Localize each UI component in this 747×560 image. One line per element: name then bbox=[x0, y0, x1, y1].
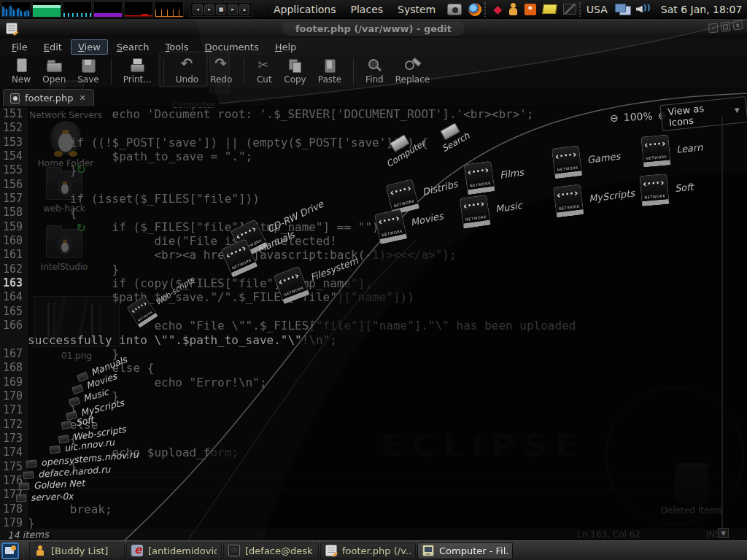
system-monitor-applets bbox=[0, 1, 184, 18]
view-mode-label: View as Icons bbox=[667, 101, 730, 129]
toolbar-button[interactable]: Replace bbox=[390, 58, 436, 85]
tray-icon[interactable] bbox=[563, 4, 576, 15]
zoom-level: 100% bbox=[623, 110, 653, 123]
clock[interactable]: Sat 6 Jan, 18:07 bbox=[661, 4, 743, 15]
launcher-icon[interactable] bbox=[468, 3, 481, 16]
keyboard-layout-indicator[interactable]: USA bbox=[587, 4, 608, 15]
toolbar-button-icon bbox=[46, 58, 62, 73]
menu-item[interactable]: Tools bbox=[158, 39, 196, 55]
toolbar-button[interactable]: New bbox=[6, 58, 36, 85]
code-text: echo 'Document root: '.$_SERVER['DOCUMEN… bbox=[28, 107, 534, 121]
line-number: 156 bbox=[0, 178, 28, 192]
zoom-out-icon[interactable]: ⊖ bbox=[610, 112, 619, 124]
code-line: 155 } bbox=[0, 163, 747, 177]
media-button[interactable]: ■ bbox=[216, 4, 226, 15]
toolbar-button-label: New bbox=[12, 74, 31, 85]
toolbar-button[interactable]: Find bbox=[360, 58, 390, 85]
panel-menu-item[interactable]: System bbox=[390, 4, 443, 15]
code-text: $path_to_save."/".$_FILES["file"]["name"… bbox=[28, 290, 414, 304]
system-monitor-applet[interactable] bbox=[93, 1, 123, 18]
menu-item[interactable]: View bbox=[71, 39, 108, 55]
code-line: 164 $path_to_save."/".$_FILES["file"]["n… bbox=[0, 290, 747, 304]
show-desktop-button[interactable] bbox=[1, 542, 19, 559]
code-line: 175 } bbox=[0, 460, 747, 474]
folder-icon bbox=[69, 396, 80, 405]
media-button[interactable]: ▴ bbox=[239, 4, 249, 15]
toolbar-button[interactable]: Paste bbox=[312, 58, 354, 85]
system-monitor-applet[interactable] bbox=[63, 1, 92, 18]
code-line: 161 <br><a href = javascript:back(-1)><<… bbox=[0, 248, 747, 262]
gedit-menubar: FileEditViewSearchToolsDocumentsHelp bbox=[0, 38, 747, 55]
toolbar-button-label: Undo bbox=[176, 74, 198, 85]
menu-item[interactable]: File bbox=[4, 39, 35, 55]
chevron-down-icon: ▼ bbox=[734, 106, 740, 114]
tray-icon[interactable] bbox=[508, 3, 518, 15]
tray-icon[interactable]: * bbox=[525, 4, 536, 15]
taskbar-window-button[interactable]: [antidemidovic... bbox=[126, 542, 222, 559]
menu-item[interactable]: Documents bbox=[198, 39, 266, 55]
toolbar-button[interactable]: Copy bbox=[278, 58, 311, 85]
media-player-applet: ◂▸■▸▴ bbox=[190, 2, 252, 17]
toolbar-button[interactable]: Open bbox=[36, 58, 71, 85]
menu-item[interactable]: Search bbox=[109, 39, 157, 55]
tab-label: footer.php bbox=[25, 93, 74, 104]
launcher-icon[interactable] bbox=[447, 4, 462, 15]
network-drive-icon bbox=[640, 134, 671, 167]
bottom-taskbar: [Buddy List] [antidemidovic... [deface@d… bbox=[0, 540, 747, 560]
folder-icon bbox=[61, 420, 72, 429]
line-number bbox=[0, 333, 28, 347]
toolbar-button[interactable]: Undo bbox=[170, 58, 204, 85]
status-icon[interactable] bbox=[615, 4, 630, 15]
scroll-down-icon[interactable]: ▼ bbox=[718, 528, 729, 538]
menu-item[interactable]: Edit bbox=[36, 39, 69, 55]
toolbar-button[interactable]: Cut bbox=[250, 58, 278, 85]
code-text: echo "File \"".$_FILES["file"]["name"]."… bbox=[28, 319, 576, 332]
panel-menu-item[interactable]: Places bbox=[344, 4, 391, 15]
line-number: 152 bbox=[0, 121, 28, 135]
system-monitor-applet[interactable] bbox=[32, 1, 61, 18]
code-editor[interactable]: 151 echo 'Document root: '.$_SERVER['DOC… bbox=[0, 107, 747, 529]
menu-item[interactable]: Help bbox=[268, 39, 304, 55]
line-number: 164 bbox=[0, 290, 28, 304]
status-icon[interactable] bbox=[636, 4, 652, 15]
toolbar-button[interactable]: Save bbox=[71, 58, 111, 85]
code-line: 154 $path_to_save = "."; bbox=[0, 149, 747, 163]
code-text: break; bbox=[28, 502, 112, 516]
tab-footer-php[interactable]: footer.php ✕ bbox=[3, 89, 94, 106]
code-line: 165 bbox=[0, 305, 747, 319]
media-button[interactable]: ▸ bbox=[228, 4, 238, 15]
fm-network-drive-icon[interactable]: Soft bbox=[639, 171, 694, 206]
fm-icon-label: Films bbox=[499, 166, 525, 180]
taskbar-window-button[interactable]: [Buddy List] bbox=[29, 542, 125, 559]
toolbar-button-icon bbox=[179, 58, 195, 73]
panel-menu-item[interactable]: Applications bbox=[266, 4, 344, 15]
toolbar-button[interactable]: Print... bbox=[117, 58, 164, 85]
taskbar-window-button[interactable]: [deface@desk... bbox=[223, 542, 319, 559]
window-controls: –□x bbox=[708, 20, 743, 34]
taskbar-window-button[interactable]: footer.php (/v... bbox=[320, 542, 416, 559]
system-monitor-applet[interactable] bbox=[124, 1, 153, 18]
gedit-titlebar[interactable]: footer.php (/var/www) - gedit –□x bbox=[0, 19, 747, 38]
window-control-button[interactable]: x bbox=[732, 20, 743, 30]
code-line: 176 bbox=[0, 474, 747, 488]
tray-icon[interactable] bbox=[542, 4, 557, 14]
fm-sidebar-item[interactable]: server-0x bbox=[16, 491, 74, 504]
window-control-button[interactable]: – bbox=[708, 23, 718, 33]
taskbar-window-button[interactable]: Computer - Fil... bbox=[417, 542, 513, 559]
media-button[interactable]: ◂ bbox=[193, 4, 203, 15]
code-text: } bbox=[28, 516, 35, 529]
panel-separator bbox=[579, 2, 581, 17]
toolbar-button-icon bbox=[213, 58, 229, 73]
system-monitor-applet[interactable] bbox=[1, 1, 31, 18]
toolbar-button[interactable]: Redo bbox=[204, 58, 244, 85]
window-title: footer.php (/var/www) - gedit bbox=[282, 22, 465, 36]
toolbar-button-icon bbox=[366, 58, 382, 73]
tray-icon[interactable]: ◆ bbox=[493, 3, 502, 16]
status-icons bbox=[615, 4, 652, 15]
tab-close-icon[interactable]: ✕ bbox=[79, 93, 87, 103]
window-control-button[interactable]: □ bbox=[720, 21, 730, 31]
system-monitor-applet[interactable] bbox=[155, 1, 184, 18]
fm-network-drive-icon[interactable]: Learn bbox=[640, 131, 704, 167]
toolbar-button-label: Cut bbox=[257, 74, 272, 85]
media-button[interactable]: ▸ bbox=[204, 4, 214, 15]
